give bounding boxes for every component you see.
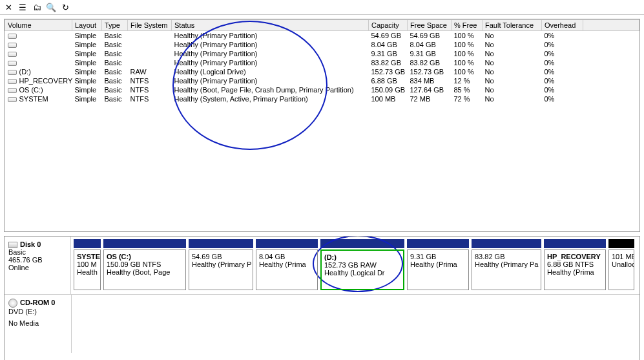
cell-cap: 6.88 GB (369, 76, 408, 85)
cell-cap: 54.69 GB (369, 31, 408, 41)
col-capacity[interactable]: Capacity (369, 20, 408, 31)
volume-icon (8, 43, 17, 48)
cell-oh: 0% (542, 49, 583, 58)
partition-box[interactable]: 101 MEUnalloc (608, 249, 634, 290)
table-row[interactable]: SimpleBasicHealthy (Primary Partition)9.… (5, 49, 639, 58)
cd-icon (8, 299, 17, 308)
table-row[interactable]: SYSTEMSimpleBasicNTFSHealthy (System, Ac… (5, 94, 639, 103)
cell-volume: HP_RECOVERY (5, 76, 72, 85)
toolbar: ✕ ☰ 🗂 🔍 ↻ (0, 0, 644, 15)
cell-type: Basic (102, 85, 128, 94)
table-row[interactable]: HP_RECOVERYSimpleBasicNTFSHealthy (Prima… (5, 76, 639, 85)
volume-icon (8, 70, 17, 75)
cell-volume: SYSTEM (5, 94, 72, 103)
cell-status: Healthy (Logical Drive) (172, 67, 369, 76)
disk-icon (8, 242, 17, 248)
table-row[interactable]: SimpleBasicHealthy (Primary Partition)8.… (5, 40, 639, 49)
cell-fs: NTFS (128, 85, 172, 94)
col-filesystem[interactable]: File System (128, 20, 172, 31)
col-pctfree[interactable]: % Free (452, 20, 483, 31)
col-volume[interactable]: Volume (5, 20, 72, 31)
partition-box[interactable]: OS (C:)150.09 GB NTFSHealthy (Boot, Page (103, 249, 186, 290)
cell-oh: 0% (542, 40, 583, 49)
cell-volume (5, 31, 72, 41)
cell-pct: 100 % (452, 67, 483, 76)
col-ft[interactable]: Fault Tolerance (483, 20, 542, 31)
tb-search-icon[interactable]: 🔍 (45, 1, 57, 13)
part-line3: Healthy (Primary P (192, 260, 250, 268)
partition-box[interactable]: SYSTE100 MHealth (74, 249, 101, 290)
part-line2: 101 ME (612, 253, 631, 260)
cell-layout: Simple (72, 94, 102, 103)
stripe-segment (608, 239, 634, 248)
partition-box[interactable]: (D:)152.73 GB RAWHealthy (Logical Dr (320, 249, 404, 290)
part-line1: (D:) (324, 253, 400, 261)
cell-ft: No (483, 58, 542, 67)
partition-box[interactable]: 9.31 GBHealthy (Prima (407, 249, 469, 290)
table-row[interactable]: SimpleBasicHealthy (Primary Partition)54… (5, 31, 639, 41)
cell-free: 9.31 GB (408, 49, 452, 58)
cell-volume (5, 49, 72, 58)
cell-status: Healthy (Primary Partition) (172, 76, 369, 85)
partition-box[interactable]: 54.69 GBHealthy (Primary P (189, 249, 253, 290)
cell-fs (128, 31, 172, 41)
cell-volume (5, 58, 72, 67)
cell-ft: No (483, 67, 542, 76)
table-header-row: Volume Layout Type File System Status Ca… (5, 20, 639, 31)
tb-folder-icon[interactable]: 🗂 (31, 1, 43, 13)
cell-status: Healthy (Primary Partition) (172, 31, 369, 41)
part-line3: Unalloc (612, 260, 631, 268)
tb-list-icon[interactable]: ☰ (17, 1, 28, 13)
col-layout[interactable]: Layout (72, 20, 102, 31)
cell-pct: 100 % (452, 58, 483, 67)
cell-fs (128, 40, 172, 49)
cell-layout: Simple (72, 85, 102, 94)
cdrom-drive: DVD (E:) (8, 308, 67, 315)
part-line2: 83.82 GB (475, 253, 538, 260)
cell-type: Basic (102, 58, 128, 67)
cell-status: Healthy (Boot, Page File, Crash Dump, Pr… (172, 85, 369, 94)
cell-free: 152.73 GB (408, 67, 452, 76)
disk-0-title: Disk 0 (20, 240, 41, 248)
disk-0-state: Online (8, 264, 67, 271)
part-line1: SYSTE (77, 253, 98, 260)
tb-refresh-icon[interactable]: ↻ (59, 1, 71, 13)
cell-ft: No (483, 76, 542, 85)
partition-box[interactable]: 83.82 GBHealthy (Primary Pa (472, 249, 541, 290)
cell-ft: No (483, 40, 542, 49)
col-freespace[interactable]: Free Space (408, 20, 452, 31)
cell-oh: 0% (542, 94, 583, 103)
cell-volume (5, 40, 72, 49)
cell-oh: 0% (542, 31, 583, 41)
partition-box[interactable]: 8.04 GBHealthy (Prima (256, 249, 318, 290)
table-row[interactable]: OS (C:)SimpleBasicNTFSHealthy (Boot, Pag… (5, 85, 639, 94)
col-type[interactable]: Type (102, 20, 128, 31)
table-row[interactable]: SimpleBasicHealthy (Primary Partition)83… (5, 58, 639, 67)
cell-layout: Simple (72, 76, 102, 85)
cell-type: Basic (102, 49, 128, 58)
disk-0-row[interactable]: Disk 0 Basic 465.76 GB Online SYSTE100 M… (5, 237, 639, 295)
partition-box[interactable]: HP_RECOVERY6.88 GB NTFSHealthy (Prima (544, 249, 606, 290)
cell-type: Basic (102, 67, 128, 76)
disk-stripe-bar (74, 239, 637, 248)
stripe-segment (472, 239, 541, 248)
part-line3: Healthy (Boot, Page (107, 268, 183, 276)
col-status[interactable]: Status (172, 20, 369, 31)
cell-type: Basic (102, 31, 128, 41)
tb-close-icon[interactable]: ✕ (3, 1, 14, 13)
cdrom-empty-area (72, 295, 639, 353)
disk-0-type: Basic (8, 248, 67, 256)
cdrom-row[interactable]: CD-ROM 0 DVD (E:) No Media (5, 295, 639, 353)
part-line3: Healthy (Prima (259, 260, 315, 268)
table-row[interactable]: (D:)SimpleBasicRAWHealthy (Logical Drive… (5, 67, 639, 76)
part-line2: 8.04 GB (259, 253, 315, 260)
cell-free: 127.64 GB (408, 85, 452, 94)
cell-cap: 8.04 GB (369, 40, 408, 49)
cell-oh: 0% (542, 58, 583, 67)
cell-free: 8.04 GB (408, 40, 452, 49)
disk-0-size: 465.76 GB (8, 256, 67, 264)
col-overhead[interactable]: Overhead (542, 20, 583, 31)
cell-volume: (D:) (5, 67, 72, 76)
cell-volume: OS (C:) (5, 85, 72, 94)
stripe-segment (256, 239, 318, 248)
